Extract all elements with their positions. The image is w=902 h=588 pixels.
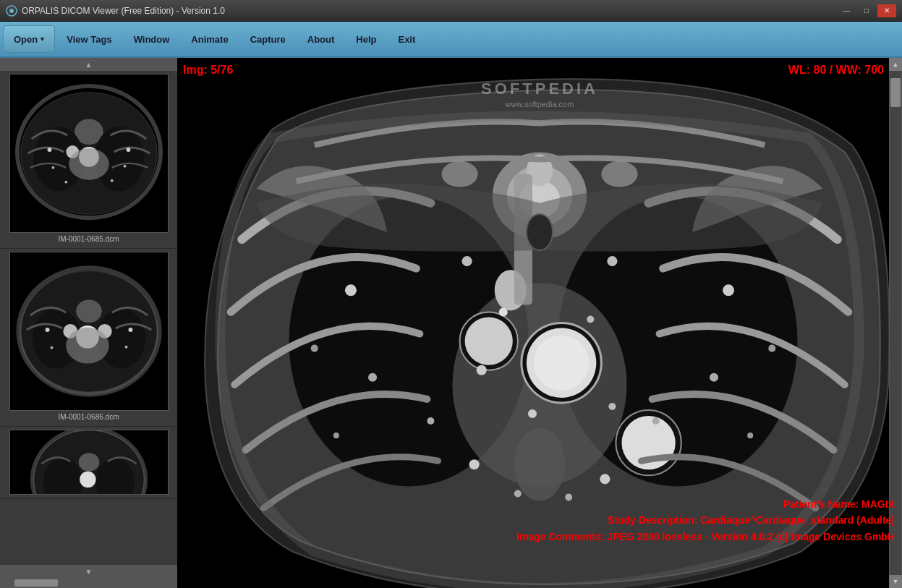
svg-point-15 [110, 179, 113, 182]
main-content: ▲ [0, 58, 902, 588]
hscroll-thumb [14, 579, 58, 587]
svg-point-59 [333, 433, 339, 438]
thumb-scroll-down[interactable]: ▼ [0, 565, 177, 578]
menu-item-help[interactable]: Help [346, 25, 386, 53]
thumb-list: IM-0001-0685.dcm [0, 71, 177, 565]
menu-item-animate[interactable]: Animate [181, 25, 238, 53]
svg-point-79 [601, 161, 637, 187]
thumbnail-image-2 [9, 252, 169, 411]
viewer-area[interactable]: Img: 5/76 WL: 80 / WW: 700 SOFTPEDIA www… [177, 58, 902, 588]
svg-point-73 [469, 459, 480, 469]
menu-item-about[interactable]: About [297, 25, 345, 53]
svg-point-27 [45, 328, 49, 332]
titlebar-controls: — □ ✕ [837, 4, 896, 17]
titlebar-left: ORPALIS DICOM Viewer (Free Edition) - Ve… [6, 5, 225, 17]
overlay-patient-info: Patient's Name: MAGIX Study Description:… [516, 496, 895, 545]
title-text: ORPALIS DICOM Viewer (Free Edition) - Ve… [22, 6, 225, 16]
svg-point-57 [311, 345, 318, 352]
overlay-img-info: Img: 5/76 [183, 64, 233, 77]
menu-item-exit[interactable]: Exit [388, 25, 425, 53]
open-arrow-icon: ▾ [41, 35, 44, 43]
thumb-scroll-up[interactable]: ▲ [0, 58, 177, 71]
svg-point-60 [723, 284, 734, 296]
thumbnail-label-1: IM-0001-0685.dcm [59, 235, 119, 243]
svg-point-29 [50, 346, 53, 349]
svg-point-10 [47, 148, 51, 152]
svg-point-36 [80, 472, 95, 487]
svg-point-1 [9, 9, 14, 13]
svg-point-33 [78, 453, 99, 472]
thumbnail-image-3 [9, 430, 169, 495]
svg-point-14 [64, 181, 67, 184]
svg-point-62 [710, 373, 718, 382]
scroll-down-button[interactable]: ▼ [889, 575, 902, 588]
menubar: Open ▾ View Tags Window Animate Capture … [0, 22, 902, 58]
study-desc-text: Study Description: Cardiaque^Cardiaque_s… [516, 512, 895, 528]
svg-point-55 [462, 256, 472, 266]
thumbnail-label-2: IM-0001-0686.dcm [59, 413, 119, 421]
restore-button[interactable]: □ [857, 4, 876, 17]
thumbnail-panel: ▲ [0, 58, 177, 588]
titlebar: ORPALIS DICOM Viewer (Free Edition) - Ve… [0, 0, 902, 22]
menu-item-view-tags[interactable]: View Tags [56, 25, 122, 53]
patient-name-text: Patient's Name: MAGIX [516, 496, 895, 512]
image-comments-text: Image Comments: JPEG 2000 lossless - Ver… [516, 529, 895, 545]
svg-point-63 [768, 345, 775, 352]
overlay-wl-info: WL: 80 / WW: 700 [788, 64, 884, 77]
scroll-thumb[interactable] [890, 78, 901, 107]
svg-point-74 [600, 474, 610, 484]
svg-point-50 [465, 317, 513, 365]
svg-point-58 [427, 417, 434, 425]
minimize-button[interactable]: — [837, 4, 856, 17]
thumbnail-item-2[interactable]: IM-0001-0686.dcm [0, 249, 177, 427]
thumbnail-item-1[interactable]: IM-0001-0685.dcm [0, 71, 177, 249]
menu-item-capture[interactable]: Capture [240, 25, 296, 53]
svg-point-61 [607, 256, 617, 266]
svg-point-77 [514, 428, 565, 500]
svg-point-19 [76, 299, 102, 323]
svg-point-54 [345, 284, 357, 296]
menu-item-open[interactable]: Open ▾ [3, 25, 55, 53]
svg-point-48 [534, 336, 589, 391]
svg-point-30 [124, 346, 127, 349]
svg-point-68 [499, 307, 508, 316]
svg-point-25 [66, 328, 109, 364]
svg-point-65 [747, 433, 753, 438]
open-label: Open [14, 34, 38, 45]
svg-point-78 [441, 161, 477, 187]
thumb-hscrollbar[interactable] [0, 578, 177, 588]
svg-point-64 [652, 417, 660, 425]
svg-point-12 [51, 166, 54, 169]
app-icon [6, 5, 17, 17]
svg-point-9 [69, 148, 109, 180]
svg-point-72 [608, 403, 616, 410]
thumbnail-image-1 [9, 74, 169, 233]
thumbnail-item-3[interactable] [0, 427, 177, 499]
menu-item-window[interactable]: Window [124, 25, 180, 53]
svg-point-11 [126, 148, 130, 152]
svg-point-56 [368, 373, 377, 382]
scroll-up-button[interactable]: ▲ [889, 58, 902, 71]
svg-point-13 [123, 165, 126, 168]
svg-point-71 [528, 409, 537, 418]
svg-point-28 [128, 328, 132, 332]
close-button[interactable]: ✕ [877, 4, 896, 17]
svg-point-69 [477, 365, 487, 375]
svg-point-70 [587, 315, 594, 323]
